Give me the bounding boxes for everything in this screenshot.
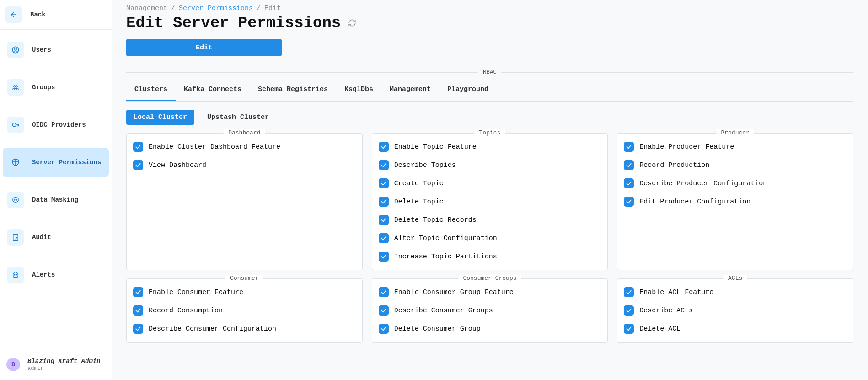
alert-icon <box>7 267 24 283</box>
permission-item[interactable]: Describe Consumer Configuration <box>133 324 356 334</box>
permission-item[interactable]: Record Production <box>624 160 847 170</box>
mask-icon <box>7 192 24 208</box>
permission-item[interactable]: Enable ACL Feature <box>624 287 847 297</box>
permission-list: Enable Producer FeatureRecord Production… <box>624 142 847 207</box>
permission-card-producer: ProducerEnable Producer FeatureRecord Pr… <box>617 133 853 270</box>
checkbox-checked-icon[interactable] <box>133 287 143 297</box>
permission-item[interactable]: Increase Topic Partitions <box>379 252 601 262</box>
checkbox-checked-icon[interactable] <box>379 178 389 188</box>
permission-card-dashboard: DashboardEnable Cluster Dashboard Featur… <box>126 133 363 270</box>
sidebar-item-label: Data Masking <box>32 196 78 203</box>
permission-item[interactable]: Alter Topic Configuration <box>379 233 601 243</box>
tab-clusters[interactable]: Clusters <box>126 81 176 101</box>
permission-item[interactable]: Enable Cluster Dashboard Feature <box>133 142 356 152</box>
permission-label: Enable Producer Feature <box>639 143 734 151</box>
sidebar-item-groups[interactable]: Groups <box>3 73 109 102</box>
app-root: Back Users Groups OIDC Providers <box>0 0 868 380</box>
user-icon <box>7 42 24 58</box>
arrow-left-icon <box>5 6 22 23</box>
checkbox-checked-icon[interactable] <box>379 215 389 225</box>
checkbox-checked-icon[interactable] <box>133 160 143 170</box>
subtab-local-cluster[interactable]: Local Cluster <box>126 110 194 125</box>
subtab-upstash-cluster[interactable]: Upstash Cluster <box>200 110 276 125</box>
checkbox-checked-icon[interactable] <box>379 197 389 207</box>
card-legend: Producer <box>716 129 754 136</box>
back-button[interactable]: Back <box>0 0 112 30</box>
refresh-icon[interactable] <box>347 18 357 28</box>
permission-list: Enable Cluster Dashboard FeatureView Das… <box>133 142 356 170</box>
permission-item[interactable]: Delete ACL <box>624 324 847 334</box>
back-label: Back <box>30 11 46 18</box>
permission-item[interactable]: Describe Consumer Groups <box>379 305 601 316</box>
checkbox-checked-icon[interactable] <box>624 160 634 170</box>
checkbox-checked-icon[interactable] <box>379 287 389 297</box>
svg-point-18 <box>14 274 15 275</box>
permission-item[interactable]: Enable Topic Feature <box>379 142 601 152</box>
permission-item[interactable]: Create Topic <box>379 178 601 188</box>
checkbox-checked-icon[interactable] <box>133 305 143 316</box>
permission-label: Edit Producer Configuration <box>639 198 750 206</box>
tab-ksqldbs[interactable]: KsqlDbs <box>336 81 381 101</box>
tab-management[interactable]: Management <box>381 81 439 101</box>
checkbox-checked-icon[interactable] <box>379 252 389 262</box>
tab-playground[interactable]: Playground <box>439 81 497 101</box>
permission-item[interactable]: View Dashboard <box>133 160 356 170</box>
permission-item[interactable]: Record Consumption <box>133 305 356 316</box>
svg-point-19 <box>16 274 17 275</box>
permission-item[interactable]: Enable Producer Feature <box>624 142 847 152</box>
sidebar-items: Users Groups OIDC Providers Server Permi… <box>0 30 112 349</box>
card-legend: ACLs <box>723 275 747 282</box>
checkbox-checked-icon[interactable] <box>379 324 389 334</box>
checkbox-checked-icon[interactable] <box>379 233 389 243</box>
page-title-row: Edit Server Permissions <box>126 14 853 32</box>
permission-item[interactable]: Edit Producer Configuration <box>624 197 847 207</box>
permission-item[interactable]: Delete Topic Records <box>379 215 601 225</box>
permission-label: Enable Cluster Dashboard Feature <box>149 143 280 151</box>
sidebar-item-label: Audit <box>32 234 51 241</box>
tab-schema-registries[interactable]: Schema Registries <box>250 81 336 101</box>
breadcrumb-current: Edit <box>264 5 281 12</box>
permission-label: Enable Consumer Group Feature <box>394 289 514 296</box>
sidebar-item-data-masking[interactable]: Data Masking <box>3 185 109 214</box>
permission-list: Enable Topic FeatureDescribe TopicsCreat… <box>379 142 601 262</box>
permission-label: Enable Topic Feature <box>394 143 477 151</box>
sidebar-footer[interactable]: B Blazing Kraft Admin admin <box>0 349 112 380</box>
checkbox-checked-icon[interactable] <box>379 142 389 152</box>
checkbox-checked-icon[interactable] <box>379 305 389 316</box>
svg-point-12 <box>16 199 17 200</box>
permission-item[interactable]: Describe Topics <box>379 160 601 170</box>
svg-point-14 <box>16 237 17 238</box>
footer-user: Blazing Kraft Admin admin <box>27 358 101 372</box>
sidebar-item-alerts[interactable]: Alerts <box>3 260 109 289</box>
checkbox-checked-icon[interactable] <box>624 305 634 316</box>
permission-list: Enable ACL FeatureDescribe ACLsDelete AC… <box>624 287 847 334</box>
checkbox-checked-icon[interactable] <box>133 324 143 334</box>
breadcrumb-parent[interactable]: Management <box>126 5 167 12</box>
permission-item[interactable]: Describe ACLs <box>624 305 847 316</box>
checkbox-checked-icon[interactable] <box>624 324 634 334</box>
checkbox-checked-icon[interactable] <box>624 142 634 152</box>
card-legend: Topics <box>475 129 505 136</box>
breadcrumb: Management / Server Permissions / Edit <box>126 5 853 12</box>
checkbox-checked-icon[interactable] <box>624 287 634 297</box>
breadcrumb-sep: / <box>257 5 261 12</box>
checkbox-checked-icon[interactable] <box>379 160 389 170</box>
checkbox-checked-icon[interactable] <box>624 197 634 207</box>
sidebar-item-audit[interactable]: Audit <box>3 223 109 252</box>
sidebar-item-label: OIDC Providers <box>32 121 86 128</box>
footer-user-role: admin <box>27 365 101 372</box>
sidebar-item-users[interactable]: Users <box>3 35 109 64</box>
sidebar-item-oidc[interactable]: OIDC Providers <box>3 110 109 139</box>
tab-kafka-connects[interactable]: Kafka Connects <box>176 81 250 101</box>
permission-item[interactable]: Enable Consumer Feature <box>133 287 356 297</box>
breadcrumb-link[interactable]: Server Permissions <box>179 5 253 12</box>
permission-item[interactable]: Enable Consumer Group Feature <box>379 287 601 297</box>
permission-item[interactable]: Delete Topic <box>379 197 601 207</box>
checkbox-checked-icon[interactable] <box>624 178 634 188</box>
checkbox-checked-icon[interactable] <box>133 142 143 152</box>
users-icon <box>7 79 24 96</box>
permission-item[interactable]: Describe Producer Configuration <box>624 178 847 188</box>
edit-button[interactable]: Edit <box>126 39 282 56</box>
sidebar-item-server-permissions[interactable]: Server Permissions <box>3 148 109 177</box>
permission-item[interactable]: Delete Consumer Group <box>379 324 601 334</box>
